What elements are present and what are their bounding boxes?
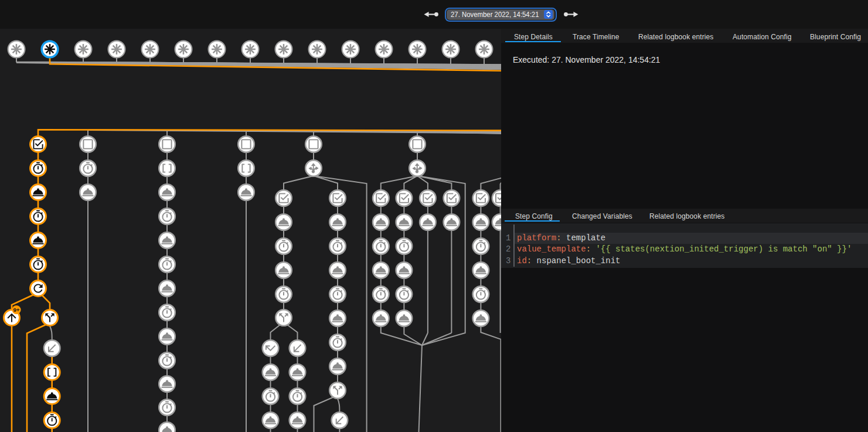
svg-text:9+: 9+ bbox=[13, 307, 19, 313]
